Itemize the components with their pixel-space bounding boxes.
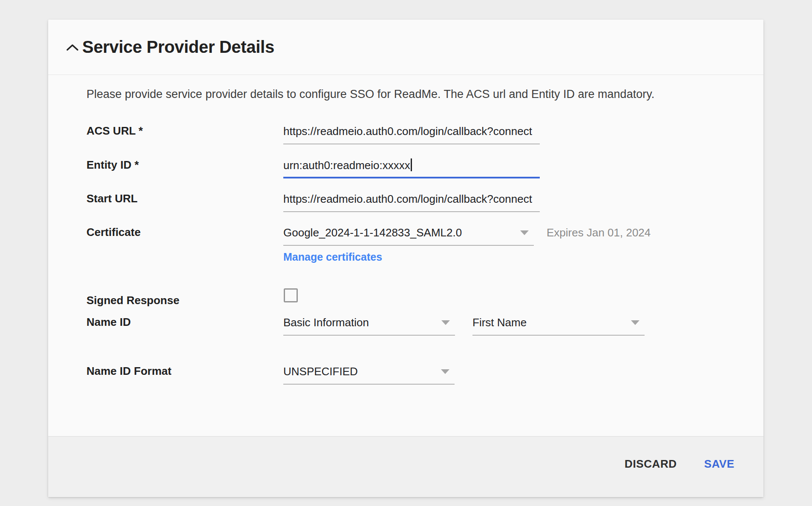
acs-url-input[interactable] [283,124,540,144]
footer-action-bar: DISCARD SAVE [48,436,763,497]
start-url-label: Start URL [86,192,270,205]
signed-response-label: Signed Response [86,293,270,307]
page-title: Service Provider Details [82,37,274,57]
manage-certificates-link[interactable]: Manage certificates [283,250,382,264]
triangle-down-icon [631,320,639,325]
acs-url-label: ACS URL * [86,124,270,138]
name-id-format-select[interactable]: UNSPECIFIED [283,364,455,385]
certificate-expiry-text: Expires Jan 01, 2024 [547,225,651,240]
section-description: Please provide service provider details … [86,87,683,101]
discard-button[interactable]: DISCARD [622,453,680,475]
name-id-format-label: Name ID Format [86,364,270,378]
entity-id-input[interactable]: urn:auth0:readmeio:xxxxx [283,158,540,178]
name-id-attribute-select[interactable]: First Name [472,315,645,336]
name-id-label: Name ID [86,315,270,329]
certificate-label: Certificate [86,225,270,239]
certificate-select[interactable]: Google_2024-1-1-142833_SAML2.0 [283,225,534,246]
name-id-category-value: Basic Information [283,316,369,329]
text-cursor [411,158,412,171]
name-id-format-value: UNSPECIFIED [283,365,358,378]
entity-id-label: Entity ID * [86,158,270,172]
section-header-toggle[interactable]: Service Provider Details [48,20,763,75]
start-url-input[interactable] [283,192,540,212]
chevron-up-icon[interactable] [66,43,79,51]
service-provider-details-panel: Service Provider Details Please provide … [48,20,763,497]
triangle-down-icon [441,320,450,325]
entity-id-value: urn:auth0:readmeio:xxxxx [283,159,410,172]
triangle-down-icon [441,369,449,374]
name-id-attribute-value: First Name [472,316,527,329]
certificate-select-value: Google_2024-1-1-142833_SAML2.0 [283,226,462,239]
name-id-category-select[interactable]: Basic Information [283,315,455,336]
save-button[interactable]: SAVE [702,453,737,475]
triangle-down-icon [520,230,529,235]
signed-response-checkbox[interactable] [284,288,298,302]
